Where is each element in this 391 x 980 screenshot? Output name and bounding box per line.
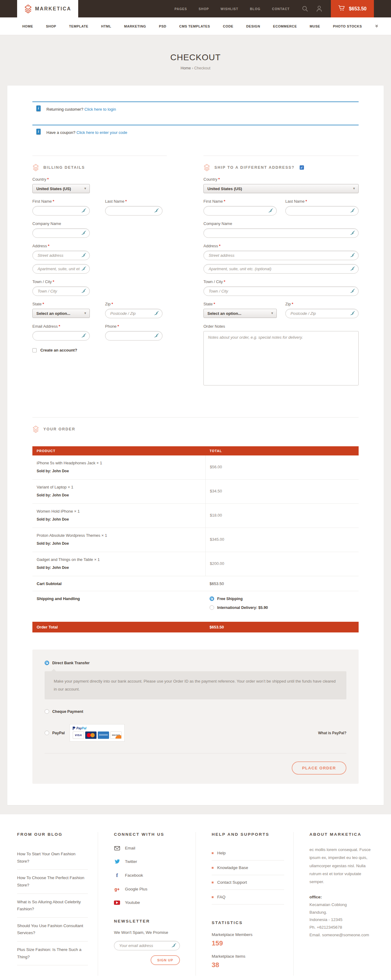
brand-name: MARKETICA <box>35 6 72 12</box>
your-order-section: YOUR ORDER PRODUCT TOTAL iPhone 5s with … <box>32 417 359 632</box>
billing-zip-label: Zip* <box>105 302 162 306</box>
shipping-last-name-input[interactable] <box>285 206 359 215</box>
logo[interactable]: MARKETICA <box>17 0 78 18</box>
shipping-country-label: Country* <box>203 177 359 181</box>
billing-country-select[interactable]: United States (US) ▼ <box>32 184 90 193</box>
order-table-header: PRODUCT TOTAL <box>32 446 359 455</box>
place-order-button[interactable]: PLACE ORDER <box>292 762 346 775</box>
nav-html[interactable]: HTML <box>101 24 111 28</box>
breadcrumb-current: Checkout <box>194 66 210 70</box>
coupon-link[interactable]: Click here to enter your code <box>76 130 127 135</box>
social-youtube[interactable]: Youtube <box>114 900 186 905</box>
nav-marketing[interactable]: MARKETING <box>124 24 146 28</box>
blog-link[interactable]: Should You Use Fashion Consultant Servic… <box>17 918 88 942</box>
top-nav-shop[interactable]: SHOP <box>199 7 209 11</box>
help-link[interactable]: Knowladge Base <box>212 861 284 875</box>
top-nav-contact[interactable]: CONTACT <box>272 7 290 11</box>
shipping-town-input[interactable] <box>203 286 359 296</box>
intl-delivery-radio[interactable] <box>210 605 214 610</box>
billing-country-value: United States (US) <box>37 186 71 191</box>
nav-cms-templates[interactable]: CMS TEMPLATES <box>179 24 210 28</box>
top-nav-blog[interactable]: BLOG <box>250 7 260 11</box>
free-shipping-radio[interactable] <box>210 597 214 601</box>
shipping-town-label: Town / City* <box>203 279 359 284</box>
nav-psd[interactable]: PSD <box>159 24 166 28</box>
cheque-radio[interactable] <box>45 709 49 714</box>
shipping-label: Shipping and Handling <box>37 597 80 601</box>
paypal-radio[interactable] <box>45 730 49 735</box>
shipping-country-select[interactable]: United States (US) ▼ <box>203 184 359 193</box>
social-facebook[interactable]: f Facebook <box>114 873 186 878</box>
top-nav-pages[interactable]: PAGES <box>175 7 187 11</box>
nav-code[interactable]: CODE <box>223 24 234 28</box>
cart-button[interactable]: $653.50 <box>331 0 374 18</box>
billing-state-select[interactable]: Select an option... ▼ <box>32 309 90 318</box>
intl-delivery-option[interactable]: International Delivery: $5.90 <box>210 605 354 610</box>
nav-more-chevrons-icon[interactable] <box>375 24 378 29</box>
shipping-company-input[interactable] <box>203 228 359 238</box>
billing-state-value: Select an option... <box>37 311 70 316</box>
shipping-street-input[interactable] <box>203 251 359 260</box>
login-link[interactable]: Click here to login <box>84 107 116 111</box>
order-table: PRODUCT TOTAL iPhone 5s with Headphones … <box>32 446 359 632</box>
blog-link[interactable]: What is So Alluring About Celebrity Fash… <box>17 894 88 918</box>
subtotal-label: Cart Subtotal <box>37 581 62 586</box>
top-nav-wishlist[interactable]: WISHLIST <box>221 7 238 11</box>
billing-section-head: BILLING DETAILS <box>32 156 167 171</box>
shipping-first-name-input[interactable] <box>203 206 277 215</box>
order-row: Variant of Laptop × 1 Sold by: John Doe … <box>32 480 359 504</box>
ship-different-checkbox[interactable]: ✓ <box>300 165 304 170</box>
help-link[interactable]: FAQ <box>212 890 284 905</box>
coupon-notice: i Have a coupon? Click here to enter you… <box>32 125 359 139</box>
nav-ecommerce[interactable]: ECOMMERCE <box>273 24 297 28</box>
bullet-icon <box>212 852 213 854</box>
stat-items-value: 38 <box>212 961 284 969</box>
product-seller: Sold by: John Doe <box>37 565 201 570</box>
shipping-section-head: SHIP TO A DIFFERENT ADDRESS? ✓ <box>203 156 359 171</box>
bullet-icon <box>212 867 213 869</box>
pen-icon <box>268 208 273 213</box>
blog-link[interactable]: How To Choose The Perfect Fashion Store? <box>17 870 88 894</box>
bank-transfer-option[interactable]: Direct Bank Transfer <box>45 660 346 665</box>
help-link[interactable]: Help <box>212 846 284 861</box>
social-email[interactable]: Email <box>114 846 186 850</box>
subtotal-value: $653.50 <box>210 581 224 586</box>
order-row: iPhone 5s with Headphones Jack × 1 Sold … <box>32 455 359 480</box>
login-notice-text: Returning customer? <box>46 107 83 111</box>
search-icon[interactable] <box>302 5 308 12</box>
shipping-zip-input[interactable] <box>285 309 359 318</box>
nav-photo-stocks[interactable]: PHOTO STOCKS <box>333 24 362 28</box>
nav-design[interactable]: DESIGN <box>246 24 260 28</box>
free-shipping-option[interactable]: Free Shipping <box>210 597 354 601</box>
create-account-row[interactable]: Create an account? <box>32 348 167 352</box>
pen-icon <box>154 333 159 338</box>
order-notes-textarea[interactable] <box>203 331 359 385</box>
signup-button[interactable]: SIGN UP <box>151 955 180 965</box>
what-is-paypal-link[interactable]: What is PayPal? <box>318 731 346 735</box>
breadcrumb-home[interactable]: Home <box>181 66 191 70</box>
newsletter-email-input[interactable] <box>114 941 180 950</box>
nav-shop[interactable]: SHOP <box>46 24 56 28</box>
stat-members-label: Marketplace Members <box>212 932 284 937</box>
billing-email-label: Email Address* <box>32 324 90 329</box>
pen-icon <box>350 266 355 271</box>
product-name: Proton Absolute Wordpress Themes × 1 <box>37 533 201 538</box>
bank-transfer-radio[interactable] <box>45 660 49 665</box>
help-link[interactable]: Contact Support <box>212 875 284 890</box>
blog-link[interactable]: How To Start Your Own Fashion Store? <box>17 846 88 870</box>
nav-home[interactable]: HOME <box>22 24 33 28</box>
social-twitter[interactable]: Twitter <box>114 859 186 864</box>
shipping-apartment-input[interactable] <box>203 264 359 274</box>
social-google-plus[interactable]: g+ Google Plus <box>114 887 186 891</box>
user-icon[interactable] <box>316 5 322 12</box>
newsletter-heading: NEWSLETTER <box>114 919 186 923</box>
nav-template[interactable]: TEMPLATE <box>69 24 88 28</box>
order-row: Proton Absolute Wordpress Themes × 1 Sol… <box>32 528 359 552</box>
cheque-option[interactable]: Cheque Payment <box>45 709 346 714</box>
nav-muse[interactable]: MUSE <box>310 24 320 28</box>
paypal-option[interactable]: PayPal PayPal VISA DISCOVER What is PayP… <box>45 724 346 741</box>
billing-column: BILLING DETAILS Country* United States (… <box>32 156 167 387</box>
blog-link[interactable]: Plus Size Fashion: Is There Such a Thing… <box>17 942 88 965</box>
create-account-checkbox[interactable] <box>32 348 37 352</box>
shipping-state-select[interactable]: Select an option... ▼ <box>203 309 277 318</box>
